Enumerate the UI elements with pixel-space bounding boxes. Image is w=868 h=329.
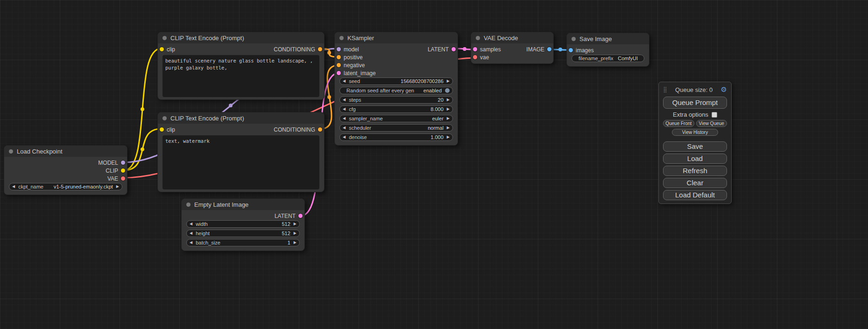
extra-options-checkbox[interactable] — [712, 112, 717, 118]
node-title-bar[interactable]: CLIP Text Encode (Prompt) — [158, 32, 324, 43]
refresh-button[interactable]: Refresh — [663, 166, 727, 176]
collapse-dot-icon[interactable] — [162, 36, 167, 40]
conditioning-output-port[interactable] — [318, 127, 322, 132]
node-title-bar[interactable]: Load Checkpoint — [4, 146, 127, 157]
node-title-bar[interactable]: Empty Latent Image — [182, 199, 304, 210]
increment-arrow-icon[interactable]: ▶ — [447, 98, 450, 102]
output-slot-conditioning[interactable]: CONDITIONING — [274, 126, 322, 133]
image-output-port[interactable] — [547, 47, 551, 51]
collapse-dot-icon[interactable] — [186, 203, 191, 207]
decrement-arrow-icon[interactable]: ◀ — [343, 107, 346, 111]
increment-arrow-icon[interactable]: ▶ — [447, 107, 450, 111]
increment-arrow-icon[interactable]: ▶ — [447, 126, 450, 130]
node-graph-canvas[interactable]: Load Checkpoint MODEL CLIP VAE — [0, 0, 868, 329]
node-vae-decode[interactable]: VAE Decode samples IMAGE vae — [471, 32, 554, 64]
latent-image-input-port[interactable] — [337, 71, 341, 75]
widget-sampler-name[interactable]: ◀ sampler_name euler ▶ — [339, 115, 453, 122]
vae-output-port[interactable] — [121, 176, 125, 181]
output-slot-conditioning[interactable]: CONDITIONING — [274, 46, 322, 53]
widget-scheduler[interactable]: ◀ scheduler normal ▶ — [339, 124, 453, 132]
node-title-bar[interactable]: Save Image — [567, 33, 649, 44]
widget-cfg[interactable]: ◀ cfg 8.000 ▶ — [339, 105, 453, 113]
load-button[interactable]: Load — [663, 154, 727, 164]
model-input-port[interactable] — [337, 47, 341, 51]
prompt-textarea[interactable]: text, watermark — [162, 135, 319, 189]
node-clip-text-encode-positive[interactable]: CLIP Text Encode (Prompt) clip CONDITION… — [157, 32, 325, 100]
increment-arrow-icon[interactable]: ▶ — [116, 185, 119, 189]
decrement-arrow-icon[interactable]: ◀ — [343, 98, 346, 102]
widget-filename-prefix[interactable]: filename_prefix ComfyUI — [572, 55, 644, 62]
widget-batch-size[interactable]: ◀ batch_size 1 ▶ — [186, 239, 300, 246]
toggle-dot-icon[interactable] — [445, 88, 450, 93]
decrement-arrow-icon[interactable]: ◀ — [190, 241, 192, 245]
input-slot-images[interactable]: images — [569, 47, 594, 54]
latent-output-port[interactable] — [298, 214, 303, 218]
input-slot-latent-image[interactable]: latent_image — [337, 70, 376, 77]
decrement-arrow-icon[interactable]: ◀ — [343, 79, 346, 83]
node-ksampler[interactable]: KSampler model LATENT positive — [334, 32, 458, 146]
latent-output-port[interactable] — [452, 47, 456, 51]
decrement-arrow-icon[interactable]: ◀ — [343, 126, 346, 130]
queue-front-button[interactable]: Queue Front — [663, 120, 694, 127]
input-slot-clip[interactable]: clip — [160, 46, 175, 53]
widget-denoise[interactable]: ◀ denoise 1.000 ▶ — [339, 133, 453, 141]
samples-input-port[interactable] — [473, 47, 477, 51]
decrement-arrow-icon[interactable]: ◀ — [343, 135, 346, 139]
clip-input-port[interactable] — [160, 127, 164, 132]
decrement-arrow-icon[interactable]: ◀ — [190, 222, 192, 226]
output-slot-latent[interactable]: LATENT — [275, 213, 303, 219]
input-slot-vae[interactable]: vae — [473, 54, 489, 61]
settings-gear-icon[interactable]: ⚙ — [721, 85, 727, 94]
increment-arrow-icon[interactable]: ▶ — [447, 135, 450, 139]
view-queue-button[interactable]: View Queue — [696, 120, 727, 127]
widget-width[interactable]: ◀ width 512 ▶ — [186, 220, 300, 228]
decrement-arrow-icon[interactable]: ◀ — [12, 185, 15, 189]
node-load-checkpoint[interactable]: Load Checkpoint MODEL CLIP VAE — [4, 145, 127, 195]
clear-button[interactable]: Clear — [663, 178, 727, 188]
collapse-dot-icon[interactable] — [339, 36, 344, 40]
increment-arrow-icon[interactable]: ▶ — [447, 79, 450, 83]
node-save-image[interactable]: Save Image images filename_prefix ComfyU… — [566, 33, 649, 67]
node-clip-text-encode-negative[interactable]: CLIP Text Encode (Prompt) clip CONDITION… — [157, 112, 325, 192]
output-slot-model[interactable]: MODEL — [98, 160, 125, 166]
prompt-textarea[interactable]: beautiful scenery nature glass bottle la… — [162, 55, 319, 97]
node-title-bar[interactable]: KSampler — [335, 32, 458, 43]
output-slot-clip[interactable]: CLIP — [106, 168, 125, 174]
collapse-dot-icon[interactable] — [9, 149, 13, 154]
view-history-button[interactable]: View History — [672, 129, 718, 136]
increment-arrow-icon[interactable]: ▶ — [294, 222, 296, 226]
clip-output-port[interactable] — [121, 168, 125, 173]
input-slot-positive[interactable]: positive — [337, 54, 363, 61]
widget-random-seed-toggle[interactable]: Random seed after every gen enabled — [339, 87, 453, 94]
increment-arrow-icon[interactable]: ▶ — [294, 231, 296, 235]
queue-prompt-button[interactable]: Queue Prompt — [663, 97, 727, 109]
output-slot-vae[interactable]: VAE — [107, 175, 125, 182]
input-slot-model[interactable]: model — [337, 46, 359, 53]
collapse-dot-icon[interactable] — [476, 36, 480, 40]
input-slot-samples[interactable]: samples — [473, 46, 501, 53]
collapse-dot-icon[interactable] — [162, 116, 167, 120]
widget-seed[interactable]: ◀ seed 156680208700286 ▶ — [339, 77, 453, 85]
decrement-arrow-icon[interactable]: ◀ — [343, 117, 346, 120]
save-button[interactable]: Save — [663, 141, 727, 152]
menu-drag-handle-icon[interactable]: ⣿ — [663, 86, 667, 93]
vae-input-port[interactable] — [473, 55, 477, 59]
node-title-bar[interactable]: CLIP Text Encode (Prompt) — [158, 112, 324, 124]
widget-height[interactable]: ◀ height 512 ▶ — [186, 230, 300, 237]
output-slot-latent[interactable]: LATENT — [428, 46, 456, 53]
clip-input-port[interactable] — [160, 47, 164, 51]
widget-steps[interactable]: ◀ steps 20 ▶ — [339, 96, 453, 104]
output-slot-image[interactable]: IMAGE — [526, 46, 551, 53]
load-default-button[interactable]: Load Default — [663, 190, 727, 200]
increment-arrow-icon[interactable]: ▶ — [447, 117, 450, 120]
node-title-bar[interactable]: VAE Decode — [471, 32, 553, 43]
increment-arrow-icon[interactable]: ▶ — [294, 241, 296, 245]
input-slot-negative[interactable]: negative — [337, 62, 365, 69]
decrement-arrow-icon[interactable]: ◀ — [190, 231, 192, 235]
negative-input-port[interactable] — [337, 63, 341, 67]
widget-ckpt-name[interactable]: ◀ ckpt_name v1-5-pruned-emaonly.ckpt ▶ — [9, 183, 122, 190]
conditioning-output-port[interactable] — [318, 47, 322, 51]
input-slot-clip[interactable]: clip — [160, 126, 175, 133]
positive-input-port[interactable] — [337, 55, 341, 59]
collapse-dot-icon[interactable] — [572, 37, 576, 41]
